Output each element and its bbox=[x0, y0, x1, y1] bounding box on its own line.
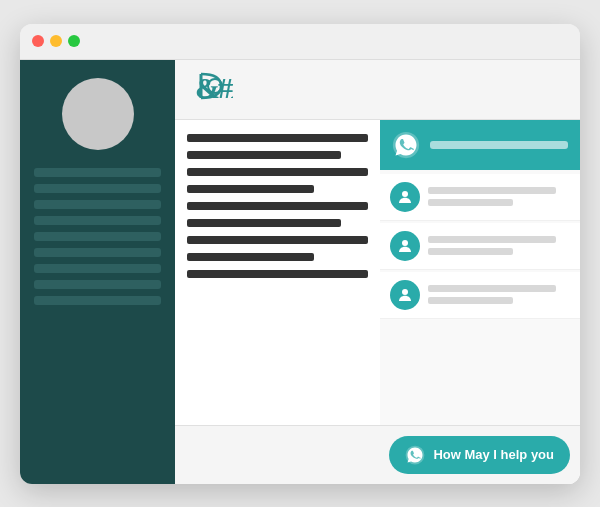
chat-line bbox=[428, 199, 513, 206]
maximize-button[interactable] bbox=[68, 35, 80, 47]
whatsapp-cta-icon bbox=[405, 445, 425, 465]
user-icon bbox=[396, 286, 414, 304]
chat-list bbox=[380, 170, 580, 425]
title-bar bbox=[20, 24, 580, 60]
chat-lines bbox=[428, 285, 570, 304]
chat-line bbox=[428, 187, 556, 194]
right-panel bbox=[380, 120, 580, 425]
user-icon bbox=[396, 237, 414, 255]
chat-avatar bbox=[390, 280, 420, 310]
content-line bbox=[187, 219, 341, 227]
sidebar bbox=[20, 60, 175, 484]
content-line bbox=[187, 236, 368, 244]
traffic-lights bbox=[32, 35, 80, 47]
top-bar: &#x|D bbox=[175, 60, 580, 120]
content-line bbox=[187, 270, 368, 278]
logo-icon: &#x|D bbox=[193, 68, 233, 104]
content-line bbox=[187, 202, 368, 210]
content-lines bbox=[175, 120, 380, 425]
chat-line bbox=[428, 248, 513, 255]
logo: &#x|D bbox=[193, 68, 233, 111]
content-line bbox=[187, 151, 341, 159]
chat-line bbox=[428, 285, 556, 292]
whatsapp-icon bbox=[392, 131, 420, 159]
chat-line bbox=[428, 297, 513, 304]
window-content: &#x|D bbox=[20, 60, 580, 484]
content-line bbox=[187, 253, 314, 261]
list-item[interactable] bbox=[380, 174, 580, 221]
sidebar-line bbox=[34, 200, 161, 209]
content-line bbox=[187, 168, 368, 176]
sidebar-line bbox=[34, 296, 161, 305]
sidebar-line bbox=[34, 248, 161, 257]
chat-avatar bbox=[390, 231, 420, 261]
content-line bbox=[187, 134, 368, 142]
sidebar-line bbox=[34, 280, 161, 289]
user-icon bbox=[396, 188, 414, 206]
help-button[interactable]: How May I help you bbox=[389, 436, 570, 474]
minimize-button[interactable] bbox=[50, 35, 62, 47]
sidebar-line bbox=[34, 232, 161, 241]
cta-area: How May I help you bbox=[175, 425, 580, 484]
avatar bbox=[62, 78, 134, 150]
sidebar-line bbox=[34, 216, 161, 225]
list-item[interactable] bbox=[380, 223, 580, 270]
content-line bbox=[187, 185, 314, 193]
app-window: &#x|D bbox=[20, 24, 580, 484]
sidebar-line bbox=[34, 264, 161, 273]
list-item[interactable] bbox=[380, 272, 580, 319]
banner-text-line bbox=[430, 141, 568, 149]
sidebar-line bbox=[34, 168, 161, 177]
content-area bbox=[175, 120, 580, 425]
chat-avatar bbox=[390, 182, 420, 212]
svg-point-5 bbox=[402, 240, 408, 246]
sidebar-line bbox=[34, 184, 161, 193]
chat-lines bbox=[428, 236, 570, 255]
chat-line bbox=[428, 236, 556, 243]
chat-lines bbox=[428, 187, 570, 206]
help-button-label: How May I help you bbox=[433, 447, 554, 462]
svg-point-4 bbox=[402, 191, 408, 197]
close-button[interactable] bbox=[32, 35, 44, 47]
main-content: &#x|D bbox=[175, 60, 580, 484]
whatsapp-banner bbox=[380, 120, 580, 170]
svg-point-6 bbox=[402, 289, 408, 295]
